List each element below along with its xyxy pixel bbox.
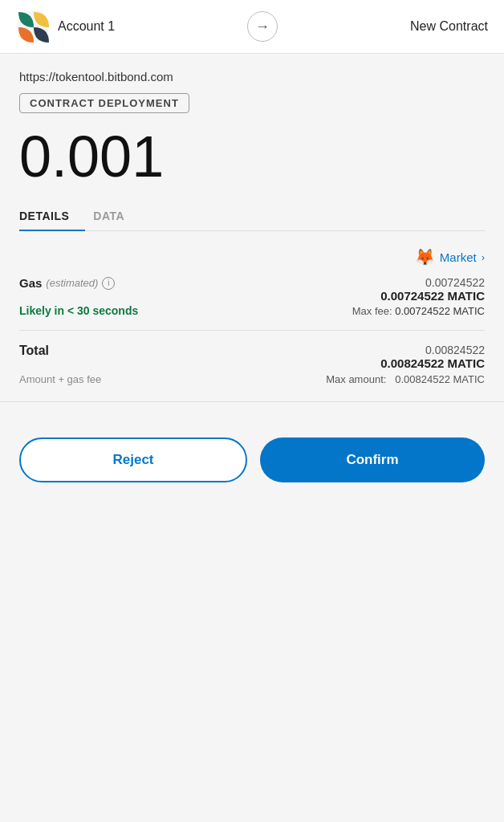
header-left: Account 1 [16,10,115,43]
gas-value-group: 0.00724522 0.00724522 MATIC [380,276,485,303]
section-divider [19,330,485,331]
action-buttons: Reject Confirm [0,418,504,502]
amount-gas-label: Amount + gas fee [19,373,101,385]
tabs-container: DETAILS DATA [19,201,485,231]
total-section: Total 0.00824522 0.00824522 MATIC Amount… [19,344,485,385]
bottom-divider [0,401,504,402]
gas-section: Gas (estimated) i 0.00724522 0.00724522 … [19,276,485,317]
total-label: Total [19,344,49,358]
total-value-group: 0.00824522 0.00824522 MATIC [380,344,485,370]
chevron-right-icon: › [482,251,485,263]
account-name: Account 1 [58,19,115,34]
total-row: Total 0.00824522 0.00824522 MATIC [19,344,485,370]
tab-details[interactable]: DETAILS [19,201,85,230]
account-avatar [16,10,50,43]
max-fee-value: 0.00724522 MATIC [395,305,485,317]
max-amount-text: Max amount: 0.00824522 MATIC [326,373,485,385]
timing-row: Likely in < 30 seconds Max fee: 0.007245… [19,304,485,317]
new-contract-label: New Contract [410,19,488,34]
total-value-small: 0.00824522 [380,344,485,356]
fox-icon: 🦊 [415,247,435,267]
contract-badge: CONTRACT DEPLOYMENT [19,93,189,113]
confirm-button[interactable]: Confirm [260,437,485,482]
market-link[interactable]: Market [440,250,477,264]
gas-label: Gas [19,276,42,290]
info-icon[interactable]: i [102,277,115,290]
gas-row: Gas (estimated) i 0.00724522 0.00724522 … [19,276,485,303]
total-sub-row: Amount + gas fee Max amount: 0.00824522 … [19,373,485,385]
reject-button[interactable]: Reject [19,437,247,482]
header: Account 1 → New Contract [0,0,504,54]
max-amount-value: 0.00824522 MATIC [395,373,485,385]
gas-label-group: Gas (estimated) i [19,276,115,290]
arrow-icon: → [255,18,270,35]
tab-data[interactable]: DATA [93,201,140,230]
amount-display: 0.001 [19,128,485,185]
timing-text: Likely in < 30 seconds [19,304,138,317]
gas-value-small: 0.00724522 [380,276,485,289]
gas-estimated-label: (estimated) [46,277,98,289]
details-panel: 🦊 Market › Gas (estimated) i 0.00724522 … [19,231,485,418]
arrow-circle: → [247,11,278,42]
total-value-large: 0.00824522 MATIC [380,356,485,370]
main-content: https://tokentool.bitbond.com CONTRACT D… [0,54,504,418]
market-row: 🦊 Market › [19,247,485,267]
max-fee-text: Max fee: 0.00724522 MATIC [352,305,485,317]
gas-value-large: 0.00724522 MATIC [380,289,485,303]
site-url: https://tokentool.bitbond.com [19,70,485,83]
